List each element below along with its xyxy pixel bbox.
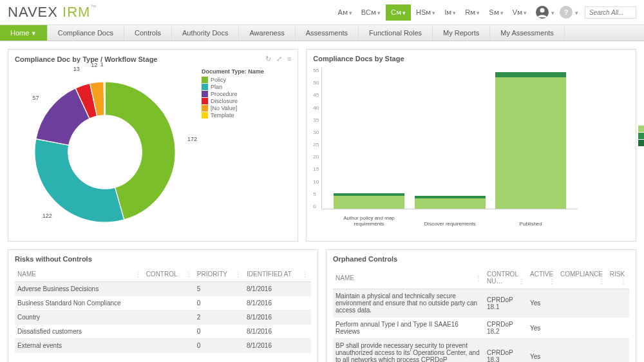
expand-icon[interactable]: ⤢ bbox=[276, 55, 282, 63]
user-avatar-icon[interactable] bbox=[536, 6, 549, 19]
table-row[interactable]: Maintain a physical and technically secu… bbox=[333, 289, 629, 318]
cell-identified: 8/1/2016 bbox=[244, 296, 311, 310]
legend-swatch bbox=[638, 133, 644, 139]
col-header[interactable]: COMPLIANCE⋮ bbox=[558, 267, 607, 289]
module-tab-hsm[interactable]: HSᴍ bbox=[412, 6, 439, 19]
col-header[interactable]: NAME⋮ bbox=[15, 267, 144, 282]
cell-identified: 8/1/2016 bbox=[244, 325, 311, 339]
ytick: 30 bbox=[313, 129, 319, 135]
subnav-tab-assessments[interactable]: Assessments bbox=[296, 25, 359, 41]
subnav: HomeCompliance DocsControlsAuthority Doc… bbox=[0, 25, 644, 41]
module-tab-bcm[interactable]: BCᴍ bbox=[357, 6, 384, 19]
search-input[interactable] bbox=[585, 6, 636, 19]
donut-slice-plan[interactable] bbox=[35, 139, 124, 223]
bar-segment-policy[interactable] bbox=[415, 198, 486, 209]
cell-control bbox=[144, 310, 194, 325]
panel-orphaned-controls: Orphaned Controls NAME⋮CONTROL NU…⋮ACTIV… bbox=[326, 249, 636, 362]
legend-item: Plan bbox=[202, 84, 264, 90]
bar-segment-[no value][interactable] bbox=[495, 72, 566, 77]
ytick: 55 bbox=[313, 68, 319, 73]
refresh-icon[interactable]: ↻ bbox=[265, 55, 271, 63]
legend-item: Template bbox=[202, 112, 264, 119]
logo-navex: NAVEX bbox=[8, 4, 58, 20]
ytick: 5 bbox=[313, 191, 319, 197]
table-row[interactable]: Business Standard Non Compliance08/1/201… bbox=[15, 296, 311, 310]
table-row[interactable]: BP shall provide necessary security to p… bbox=[333, 339, 629, 363]
legend-label: Plan bbox=[211, 84, 222, 90]
module-tab-cm[interactable]: Cᴍ bbox=[386, 5, 411, 21]
panel-docs-by-stage: Compliance Docs by Stage 051015202530354… bbox=[306, 49, 636, 242]
cell-control: CPRDoP 18.2 bbox=[484, 318, 527, 339]
ytick: 0 bbox=[313, 204, 319, 209]
cell-control bbox=[144, 325, 194, 339]
donut-value-label: 12 bbox=[91, 62, 97, 68]
help-menu-caret[interactable] bbox=[574, 8, 578, 16]
logo-tm: ™ bbox=[90, 4, 97, 10]
col-header[interactable]: RISK⋮ bbox=[607, 267, 629, 289]
legend-label: Disclosure bbox=[211, 98, 238, 104]
donut-value-label: 122 bbox=[43, 213, 52, 219]
subnav-tab-compliance-docs[interactable]: Compliance Docs bbox=[48, 25, 124, 41]
legend-item: Policy bbox=[202, 77, 264, 83]
logo: NAVEX IRM™ bbox=[8, 4, 97, 21]
col-header[interactable]: CONTROL⋮ bbox=[144, 267, 194, 282]
table-row[interactable]: Dissatisfied customers08/1/2016 bbox=[15, 325, 311, 339]
subnav-tab-home[interactable]: Home bbox=[0, 25, 48, 41]
table-row[interactable]: Perform annual Type I and Type II SAAE16… bbox=[333, 318, 629, 339]
cell-active: Yes bbox=[527, 318, 558, 339]
subnav-tab-my-assessments[interactable]: My Assessments bbox=[490, 25, 565, 41]
cell-active: Yes bbox=[527, 339, 558, 363]
col-header[interactable]: ACTIVE⋮ bbox=[527, 267, 558, 289]
bar-plot: Author policy and map requirementsDiscov… bbox=[321, 68, 578, 209]
bar-segment-policy[interactable] bbox=[495, 77, 566, 209]
donut-value-label: 1 bbox=[100, 61, 104, 68]
module-tab-rm[interactable]: Rᴍ bbox=[461, 6, 484, 19]
topbar: NAVEX IRM™ AᴍBCᴍCᴍHSᴍIᴍRᴍSᴍVᴍ? bbox=[0, 0, 644, 25]
bar-column: Published bbox=[495, 72, 566, 209]
module-tab-am[interactable]: Aᴍ bbox=[334, 6, 355, 19]
legend-label: [No Value] bbox=[211, 105, 237, 111]
risks-table: NAME⋮CONTROL⋮PRIORITY⋮IDENTIFIED AT⋮ Adv… bbox=[15, 267, 311, 353]
donut-value-label: 172 bbox=[187, 136, 197, 142]
content: Compliance Doc by Type / Workflow Stage … bbox=[0, 41, 644, 362]
table-row[interactable]: External events08/1/2016 bbox=[15, 339, 311, 353]
legend-title: Document Type: Name bbox=[202, 68, 264, 75]
table-row[interactable]: Adverse Business Decisions58/1/2016 bbox=[15, 282, 311, 296]
bar-legend: Policy[No Value]Disclosure bbox=[638, 126, 644, 147]
col-header[interactable]: NAME⋮ bbox=[333, 267, 484, 289]
donut-slice-template[interactable] bbox=[104, 82, 105, 115]
cell-compliance bbox=[558, 339, 607, 363]
module-tab-sm[interactable]: Sᴍ bbox=[485, 6, 507, 19]
cell-compliance bbox=[558, 318, 607, 339]
subnav-tab-functional-roles[interactable]: Functional Roles bbox=[359, 25, 433, 41]
legend-swatch bbox=[638, 140, 644, 146]
bar-xlabel: Discover requirements bbox=[415, 221, 486, 227]
subnav-tab-authority-docs[interactable]: Authority Docs bbox=[172, 25, 240, 41]
bar-chart: 0510152025303540455055 Author policy and… bbox=[313, 68, 629, 235]
cell-priority: 0 bbox=[194, 339, 244, 353]
subnav-tab-awareness[interactable]: Awareness bbox=[239, 25, 295, 41]
subnav-tab-my-reports[interactable]: My Reports bbox=[433, 25, 490, 41]
cell-control bbox=[144, 282, 194, 296]
ytick: 50 bbox=[313, 80, 319, 86]
user-menu-caret[interactable] bbox=[550, 8, 554, 16]
legend-item: Disclosure bbox=[638, 140, 644, 146]
module-tab-im[interactable]: Iᴍ bbox=[440, 6, 460, 19]
legend-label: Policy bbox=[211, 77, 226, 83]
bar-segment-policy[interactable] bbox=[334, 196, 404, 209]
cell-priority: 0 bbox=[194, 296, 244, 310]
panel-risks-without-controls: Risks without Controls NAME⋮CONTROL⋮PRIO… bbox=[8, 249, 318, 362]
logo-irm: IRM bbox=[62, 4, 90, 20]
col-header[interactable]: PRIORITY⋮ bbox=[194, 267, 244, 282]
col-header[interactable]: CONTROL NU…⋮ bbox=[484, 267, 527, 289]
table-row[interactable]: Country28/1/2016 bbox=[15, 310, 311, 325]
help-icon[interactable]: ? bbox=[560, 6, 573, 19]
donut-value-label: 57 bbox=[32, 95, 39, 101]
menu-icon[interactable]: ≡ bbox=[287, 55, 291, 63]
ytick: 40 bbox=[313, 105, 319, 111]
cell-risk bbox=[607, 318, 629, 339]
subnav-tab-controls[interactable]: Controls bbox=[124, 25, 172, 41]
module-tab-vm[interactable]: Vᴍ bbox=[509, 6, 531, 19]
bar-xlabel: Author policy and map requirements bbox=[334, 215, 404, 227]
col-header[interactable]: IDENTIFIED AT⋮ bbox=[244, 267, 311, 282]
